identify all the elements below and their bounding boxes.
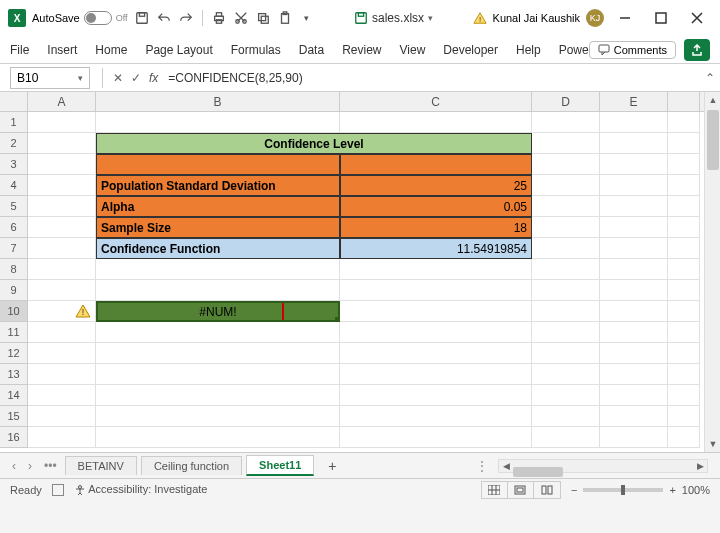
name-box[interactable]: B10 ▾: [10, 67, 90, 89]
cell[interactable]: [532, 133, 600, 154]
cell[interactable]: [532, 217, 600, 238]
cell[interactable]: [532, 427, 600, 448]
cell[interactable]: [600, 364, 668, 385]
fill-handle[interactable]: [335, 317, 340, 322]
cell[interactable]: [668, 133, 700, 154]
cell[interactable]: [340, 427, 532, 448]
row-header[interactable]: 13: [0, 364, 28, 385]
cell[interactable]: [532, 259, 600, 280]
cell[interactable]: [532, 280, 600, 301]
cell[interactable]: [96, 112, 340, 133]
cell-label[interactable]: Sample Size: [96, 217, 340, 238]
cell[interactable]: [340, 406, 532, 427]
cell[interactable]: [28, 406, 96, 427]
cell[interactable]: [28, 259, 96, 280]
cell[interactable]: [28, 364, 96, 385]
cell[interactable]: [532, 406, 600, 427]
comments-button[interactable]: Comments: [589, 41, 676, 59]
cell[interactable]: [532, 112, 600, 133]
cell[interactable]: [28, 322, 96, 343]
cell[interactable]: [668, 112, 700, 133]
row-header[interactable]: 15: [0, 406, 28, 427]
enter-formula-icon[interactable]: ✓: [127, 71, 145, 85]
accessibility-status[interactable]: Accessibility: Investigate: [74, 483, 208, 496]
scroll-left-icon[interactable]: ◀: [499, 461, 513, 471]
page-break-view-icon[interactable]: [534, 482, 560, 498]
sheet-tab-sheet11[interactable]: Sheet11: [246, 455, 314, 476]
row-header[interactable]: 10: [0, 301, 28, 322]
cell-value[interactable]: 25: [340, 175, 532, 196]
cell-value[interactable]: 0.05: [340, 196, 532, 217]
cell[interactable]: [600, 175, 668, 196]
paste-icon[interactable]: [277, 10, 293, 26]
cell-value[interactable]: 18: [340, 217, 532, 238]
save-icon[interactable]: [134, 10, 150, 26]
minimize-button[interactable]: [610, 12, 640, 24]
cell[interactable]: [96, 280, 340, 301]
cell[interactable]: [340, 322, 532, 343]
row-header[interactable]: 2: [0, 133, 28, 154]
tab-view[interactable]: View: [400, 43, 426, 57]
scroll-thumb[interactable]: [707, 110, 719, 170]
macro-recorder-icon[interactable]: [52, 484, 64, 496]
row-header[interactable]: 9: [0, 280, 28, 301]
sheet-nav-next-icon[interactable]: ›: [24, 459, 36, 473]
cell[interactable]: [96, 154, 340, 175]
col-header-a[interactable]: A: [28, 92, 96, 111]
cell[interactable]: [532, 238, 600, 259]
cell[interactable]: [96, 343, 340, 364]
cell-label[interactable]: Confidence Function: [96, 238, 340, 259]
cell[interactable]: [532, 364, 600, 385]
cell[interactable]: [668, 385, 700, 406]
cell[interactable]: [340, 343, 532, 364]
cell[interactable]: [532, 343, 600, 364]
cell[interactable]: [532, 175, 600, 196]
col-header-b[interactable]: B: [96, 92, 340, 111]
cell[interactable]: [600, 259, 668, 280]
cell-label[interactable]: Alpha: [96, 196, 340, 217]
toggle-icon[interactable]: [84, 11, 112, 25]
cell[interactable]: [340, 280, 532, 301]
cell[interactable]: [600, 196, 668, 217]
scroll-right-icon[interactable]: ▶: [693, 461, 707, 471]
col-header-d[interactable]: D: [532, 92, 600, 111]
cell[interactable]: [668, 322, 700, 343]
cell[interactable]: [600, 238, 668, 259]
cell[interactable]: [28, 343, 96, 364]
row-header[interactable]: 14: [0, 385, 28, 406]
tab-help[interactable]: Help: [516, 43, 541, 57]
cell[interactable]: [28, 175, 96, 196]
sheet-nav-prev-icon[interactable]: ‹: [8, 459, 20, 473]
cell[interactable]: [340, 301, 532, 322]
hscroll-grip-icon[interactable]: ⋮: [476, 459, 488, 473]
vertical-scrollbar[interactable]: ▲ ▼: [704, 92, 720, 452]
cell[interactable]: [340, 385, 532, 406]
selected-cell[interactable]: #NUM!: [96, 301, 340, 322]
tab-page-layout[interactable]: Page Layout: [145, 43, 212, 57]
col-header-c[interactable]: C: [340, 92, 532, 111]
cell[interactable]: [28, 385, 96, 406]
copy-icon[interactable]: [255, 10, 271, 26]
row-header[interactable]: 8: [0, 259, 28, 280]
cell[interactable]: [96, 385, 340, 406]
cancel-formula-icon[interactable]: ✕: [109, 71, 127, 85]
print-icon[interactable]: [211, 10, 227, 26]
zoom-percent[interactable]: 100%: [682, 484, 710, 496]
close-button[interactable]: [682, 12, 712, 24]
cell[interactable]: [28, 154, 96, 175]
cell[interactable]: [96, 322, 340, 343]
cut-icon[interactable]: [233, 10, 249, 26]
cell[interactable]: [600, 427, 668, 448]
row-header[interactable]: 1: [0, 112, 28, 133]
cell[interactable]: [96, 406, 340, 427]
col-header-f[interactable]: [668, 92, 700, 111]
row-header[interactable]: 3: [0, 154, 28, 175]
cell[interactable]: [28, 217, 96, 238]
row-header[interactable]: 12: [0, 343, 28, 364]
cell-title[interactable]: Confidence Level: [96, 133, 532, 154]
share-button[interactable]: [684, 39, 710, 61]
cell[interactable]: [668, 427, 700, 448]
filename-area[interactable]: sales.xlsx ▾: [321, 9, 467, 27]
zoom-in-button[interactable]: +: [669, 484, 675, 496]
tab-developer[interactable]: Developer: [443, 43, 498, 57]
